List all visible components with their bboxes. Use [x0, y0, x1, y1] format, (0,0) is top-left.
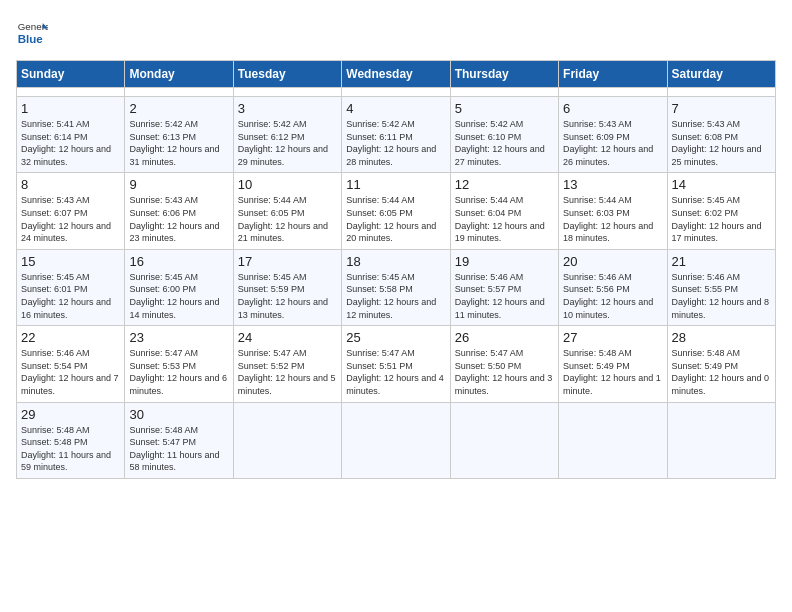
day-info: Sunrise: 5:42 AMSunset: 6:12 PMDaylight:… — [238, 118, 337, 168]
day-number: 4 — [346, 101, 445, 116]
day-number: 5 — [455, 101, 554, 116]
page-header: General Blue — [16, 16, 776, 48]
calendar-cell: 23Sunrise: 5:47 AMSunset: 5:53 PMDayligh… — [125, 326, 233, 402]
day-number: 29 — [21, 407, 120, 422]
day-info: Sunrise: 5:47 AMSunset: 5:50 PMDaylight:… — [455, 347, 554, 397]
calendar-cell — [667, 402, 775, 478]
day-info: Sunrise: 5:48 AMSunset: 5:47 PMDaylight:… — [129, 424, 228, 474]
day-number: 16 — [129, 254, 228, 269]
calendar-table: SundayMondayTuesdayWednesdayThursdayFrid… — [16, 60, 776, 479]
calendar-cell: 2Sunrise: 5:42 AMSunset: 6:13 PMDaylight… — [125, 97, 233, 173]
calendar-cell: 7Sunrise: 5:43 AMSunset: 6:08 PMDaylight… — [667, 97, 775, 173]
calendar-cell: 28Sunrise: 5:48 AMSunset: 5:49 PMDayligh… — [667, 326, 775, 402]
calendar-cell: 24Sunrise: 5:47 AMSunset: 5:52 PMDayligh… — [233, 326, 341, 402]
day-number: 3 — [238, 101, 337, 116]
day-info: Sunrise: 5:45 AMSunset: 6:02 PMDaylight:… — [672, 194, 771, 244]
day-info: Sunrise: 5:47 AMSunset: 5:53 PMDaylight:… — [129, 347, 228, 397]
calendar-cell: 26Sunrise: 5:47 AMSunset: 5:50 PMDayligh… — [450, 326, 558, 402]
day-number: 14 — [672, 177, 771, 192]
calendar-cell — [233, 88, 341, 97]
day-number: 21 — [672, 254, 771, 269]
day-number: 6 — [563, 101, 662, 116]
calendar-cell: 22Sunrise: 5:46 AMSunset: 5:54 PMDayligh… — [17, 326, 125, 402]
day-number: 10 — [238, 177, 337, 192]
calendar-cell — [450, 402, 558, 478]
day-info: Sunrise: 5:43 AMSunset: 6:08 PMDaylight:… — [672, 118, 771, 168]
weekday-header-sunday: Sunday — [17, 61, 125, 88]
day-number: 12 — [455, 177, 554, 192]
day-info: Sunrise: 5:46 AMSunset: 5:56 PMDaylight:… — [563, 271, 662, 321]
calendar-cell: 18Sunrise: 5:45 AMSunset: 5:58 PMDayligh… — [342, 249, 450, 325]
calendar-cell: 25Sunrise: 5:47 AMSunset: 5:51 PMDayligh… — [342, 326, 450, 402]
day-info: Sunrise: 5:44 AMSunset: 6:05 PMDaylight:… — [346, 194, 445, 244]
day-number: 2 — [129, 101, 228, 116]
day-info: Sunrise: 5:42 AMSunset: 6:11 PMDaylight:… — [346, 118, 445, 168]
day-number: 17 — [238, 254, 337, 269]
day-info: Sunrise: 5:45 AMSunset: 5:59 PMDaylight:… — [238, 271, 337, 321]
calendar-cell: 4Sunrise: 5:42 AMSunset: 6:11 PMDaylight… — [342, 97, 450, 173]
calendar-cell — [342, 88, 450, 97]
calendar-cell — [342, 402, 450, 478]
weekday-header-wednesday: Wednesday — [342, 61, 450, 88]
day-info: Sunrise: 5:48 AMSunset: 5:48 PMDaylight:… — [21, 424, 120, 474]
calendar-cell: 11Sunrise: 5:44 AMSunset: 6:05 PMDayligh… — [342, 173, 450, 249]
day-info: Sunrise: 5:43 AMSunset: 6:09 PMDaylight:… — [563, 118, 662, 168]
calendar-cell: 29Sunrise: 5:48 AMSunset: 5:48 PMDayligh… — [17, 402, 125, 478]
logo-icon: General Blue — [16, 16, 48, 48]
calendar-cell: 16Sunrise: 5:45 AMSunset: 6:00 PMDayligh… — [125, 249, 233, 325]
day-number: 24 — [238, 330, 337, 345]
day-number: 26 — [455, 330, 554, 345]
day-number: 18 — [346, 254, 445, 269]
day-number: 27 — [563, 330, 662, 345]
weekday-header-monday: Monday — [125, 61, 233, 88]
weekday-header-saturday: Saturday — [667, 61, 775, 88]
day-info: Sunrise: 5:46 AMSunset: 5:57 PMDaylight:… — [455, 271, 554, 321]
calendar-cell — [233, 402, 341, 478]
day-info: Sunrise: 5:45 AMSunset: 5:58 PMDaylight:… — [346, 271, 445, 321]
day-number: 20 — [563, 254, 662, 269]
day-number: 11 — [346, 177, 445, 192]
day-info: Sunrise: 5:46 AMSunset: 5:55 PMDaylight:… — [672, 271, 771, 321]
day-number: 23 — [129, 330, 228, 345]
day-number: 15 — [21, 254, 120, 269]
calendar-cell: 17Sunrise: 5:45 AMSunset: 5:59 PMDayligh… — [233, 249, 341, 325]
calendar-cell: 8Sunrise: 5:43 AMSunset: 6:07 PMDaylight… — [17, 173, 125, 249]
calendar-cell — [559, 402, 667, 478]
day-info: Sunrise: 5:45 AMSunset: 6:00 PMDaylight:… — [129, 271, 228, 321]
calendar-cell: 10Sunrise: 5:44 AMSunset: 6:05 PMDayligh… — [233, 173, 341, 249]
logo: General Blue — [16, 16, 48, 48]
day-info: Sunrise: 5:44 AMSunset: 6:03 PMDaylight:… — [563, 194, 662, 244]
calendar-cell: 30Sunrise: 5:48 AMSunset: 5:47 PMDayligh… — [125, 402, 233, 478]
day-number: 9 — [129, 177, 228, 192]
calendar-cell: 15Sunrise: 5:45 AMSunset: 6:01 PMDayligh… — [17, 249, 125, 325]
day-info: Sunrise: 5:42 AMSunset: 6:10 PMDaylight:… — [455, 118, 554, 168]
calendar-cell — [559, 88, 667, 97]
weekday-header-tuesday: Tuesday — [233, 61, 341, 88]
day-info: Sunrise: 5:43 AMSunset: 6:07 PMDaylight:… — [21, 194, 120, 244]
day-info: Sunrise: 5:45 AMSunset: 6:01 PMDaylight:… — [21, 271, 120, 321]
calendar-cell: 13Sunrise: 5:44 AMSunset: 6:03 PMDayligh… — [559, 173, 667, 249]
calendar-cell: 27Sunrise: 5:48 AMSunset: 5:49 PMDayligh… — [559, 326, 667, 402]
svg-text:Blue: Blue — [18, 33, 44, 45]
day-info: Sunrise: 5:46 AMSunset: 5:54 PMDaylight:… — [21, 347, 120, 397]
day-number: 30 — [129, 407, 228, 422]
calendar-cell — [17, 88, 125, 97]
calendar-cell: 3Sunrise: 5:42 AMSunset: 6:12 PMDaylight… — [233, 97, 341, 173]
day-number: 22 — [21, 330, 120, 345]
day-number: 25 — [346, 330, 445, 345]
day-info: Sunrise: 5:47 AMSunset: 5:51 PMDaylight:… — [346, 347, 445, 397]
day-info: Sunrise: 5:48 AMSunset: 5:49 PMDaylight:… — [672, 347, 771, 397]
calendar-cell: 19Sunrise: 5:46 AMSunset: 5:57 PMDayligh… — [450, 249, 558, 325]
day-number: 28 — [672, 330, 771, 345]
day-info: Sunrise: 5:44 AMSunset: 6:04 PMDaylight:… — [455, 194, 554, 244]
day-number: 19 — [455, 254, 554, 269]
day-info: Sunrise: 5:44 AMSunset: 6:05 PMDaylight:… — [238, 194, 337, 244]
day-number: 1 — [21, 101, 120, 116]
calendar-cell: 20Sunrise: 5:46 AMSunset: 5:56 PMDayligh… — [559, 249, 667, 325]
calendar-cell — [450, 88, 558, 97]
calendar-cell — [667, 88, 775, 97]
calendar-cell: 9Sunrise: 5:43 AMSunset: 6:06 PMDaylight… — [125, 173, 233, 249]
calendar-cell: 21Sunrise: 5:46 AMSunset: 5:55 PMDayligh… — [667, 249, 775, 325]
day-info: Sunrise: 5:41 AMSunset: 6:14 PMDaylight:… — [21, 118, 120, 168]
calendar-cell: 1Sunrise: 5:41 AMSunset: 6:14 PMDaylight… — [17, 97, 125, 173]
